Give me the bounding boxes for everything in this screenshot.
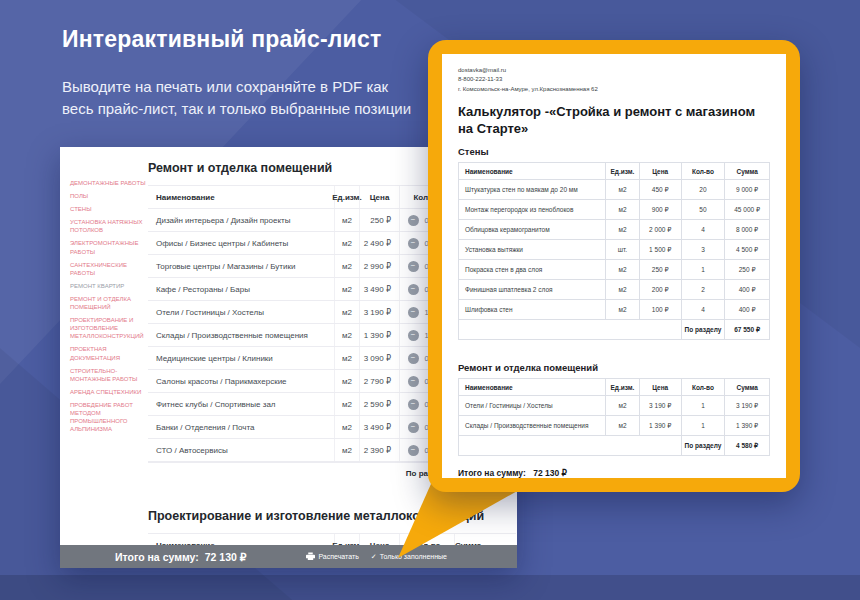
- calc-table-2: НаименованиеЕд.изм.ЦенаКол-воСуммаОтели …: [458, 378, 770, 456]
- table-row: Установка вытяжкишт.1 500 ₽34 500 ₽: [459, 240, 769, 260]
- qty-decrease-button[interactable]: −: [408, 215, 419, 226]
- item-unit: м2: [335, 255, 360, 277]
- page-subtitle: Выводите на печать или сохраняйте в PDF …: [62, 76, 414, 120]
- qty-decrease-button[interactable]: −: [408, 261, 419, 272]
- qty-decrease-button[interactable]: −: [408, 330, 419, 341]
- item-name: Отели / Гостиницы / Хостелы: [148, 301, 335, 323]
- contact-phone: 8-800-222-11-33: [458, 75, 770, 84]
- item-price: 3 190 ₽: [640, 396, 682, 415]
- item-unit: м2: [606, 416, 640, 435]
- sidebar-link[interactable]: УСТАНОВКА НАТЯЖНЫХ ПОТОЛКОВ: [70, 218, 146, 234]
- check-icon: ✓: [371, 553, 377, 561]
- qty-decrease-button[interactable]: −: [408, 399, 419, 410]
- item-unit: м2: [335, 416, 360, 438]
- sidebar-link[interactable]: РЕМОНТ КВАРТИР: [70, 282, 146, 290]
- calc-section-title-2: Ремонт и отделка помещений: [458, 362, 770, 373]
- item-price: 3 090 ₽: [360, 347, 400, 369]
- footer-label: По разделу: [682, 436, 726, 455]
- item-price: 2 990 ₽: [360, 255, 400, 277]
- sidebar-link[interactable]: ПРОВЕДЕНИЕ РАБОТ МЕТОДОМ ПРОМЫШЛЕННОГО А…: [70, 401, 146, 433]
- item-unit: м2: [606, 396, 640, 415]
- item-price: 1 500 ₽: [640, 240, 682, 259]
- item-name: Склады / Производственные помещения: [148, 324, 335, 346]
- sidebar-link[interactable]: ПРОЕКТНАЯ ДОКУМЕНТАЦИЯ: [70, 345, 146, 361]
- sidebar-link[interactable]: РЕМОНТ И ОТДЕЛКА ПОМЕЩЕНИЙ: [70, 295, 146, 311]
- item-name: СТО / Автосервисы: [148, 439, 335, 461]
- sidebar-link[interactable]: СТЕНЫ: [70, 205, 146, 213]
- table-row: Штукатурка стен по маякам до 20 ммм2450 …: [459, 180, 769, 200]
- table-row: Покраска стен в два слоям2250 ₽1250 ₽: [459, 260, 769, 280]
- item-name: Медицинские центры / Клиники: [148, 347, 335, 369]
- filled-only-checkbox[interactable]: ✓ Только заполненные: [371, 553, 447, 561]
- item-price: 1 390 ₽: [640, 416, 682, 435]
- item-qty: 1: [682, 416, 726, 435]
- background-bottom-band: [0, 575, 860, 600]
- item-name: Отели / Гостиницы / Хостелы: [459, 396, 606, 415]
- item-qty: 1: [682, 260, 726, 279]
- item-qty: 4: [682, 220, 726, 239]
- item-unit: м2: [335, 324, 360, 346]
- item-name: Офисы / Бизнес центры / Кабинеты: [148, 232, 335, 254]
- qty-decrease-button[interactable]: −: [408, 376, 419, 387]
- table-row: Облицовка керамогранитомм22 000 ₽48 000 …: [459, 220, 769, 240]
- item-sum: 3 190 ₽: [725, 396, 769, 415]
- qty-decrease-button[interactable]: −: [408, 238, 419, 249]
- calculator-bubble: dostavka@mail.ru 8-800-222-11-33 г. Комс…: [428, 40, 800, 492]
- item-name: Установка вытяжки: [459, 240, 606, 259]
- qty-decrease-button[interactable]: −: [408, 445, 419, 456]
- qty-decrease-button[interactable]: −: [408, 307, 419, 318]
- sidebar-link[interactable]: САНТЕХНИЧЕСКИЕ РАБОТЫ: [70, 261, 146, 277]
- item-name: Фитнес клубы / Спортивные зал: [148, 393, 335, 415]
- item-price: 200 ₽: [640, 280, 682, 299]
- item-price: 1 390 ₽: [360, 324, 400, 346]
- sidebar-link[interactable]: ДЕМОНТАЖНЫЕ РАБОТЫ: [70, 179, 146, 187]
- item-unit: м2: [606, 260, 640, 279]
- qty-decrease-button[interactable]: −: [408, 422, 419, 433]
- calc-section-title-1: Стены: [458, 146, 770, 157]
- calculator-page: dostavka@mail.ru 8-800-222-11-33 г. Комс…: [442, 54, 786, 478]
- item-name: Банки / Отделения / Почта: [148, 416, 335, 438]
- item-price: 2 390 ₽: [360, 439, 400, 461]
- item-name: Салоны красоты / Парикмахерские: [148, 370, 335, 392]
- sidebar-link[interactable]: ПОЛЫ: [70, 192, 146, 200]
- item-price: 250 ₽: [640, 260, 682, 279]
- item-sum: 8 000 ₽: [725, 220, 769, 239]
- print-button-label: Распечатать: [318, 553, 358, 560]
- total-value: 72 130 ₽: [205, 551, 247, 563]
- item-qty: 4: [682, 300, 726, 319]
- qty-decrease-button[interactable]: −: [408, 284, 419, 295]
- table-footer-row: По разделу4 580 ₽: [459, 436, 769, 455]
- item-name: Дизайн интерьера / Дизайн проекты: [148, 209, 335, 231]
- column-header: Кол-во: [682, 163, 726, 179]
- sidebar-link[interactable]: ПРОЕКТИРОВАНИЕ И ИЗГОТОВЛЕНИЕ МЕТАЛЛОКОН…: [70, 316, 146, 340]
- page-title: Интерактивный прайс-лист: [62, 26, 381, 53]
- printer-icon: [306, 552, 315, 561]
- sidebar-link[interactable]: АРЕНДА СПЕЦТЕХНИКИ: [70, 388, 146, 396]
- item-unit: м2: [606, 300, 640, 319]
- calc-table-1: НаименованиеЕд.изм.ЦенаКол-воСуммаШтукат…: [458, 162, 770, 340]
- sidebar-link[interactable]: ЭЛЕКТРОМОНТАЖНЫЕ РАБОТЫ: [70, 239, 146, 255]
- item-price: 2 790 ₽: [360, 370, 400, 392]
- print-button[interactable]: Распечатать: [306, 552, 358, 561]
- column-header: Цена: [360, 186, 400, 208]
- item-unit: шт.: [606, 240, 640, 259]
- column-header: Ед.изм.: [335, 186, 360, 208]
- item-name: Облицовка керамогранитом: [459, 220, 606, 239]
- item-price: 3 190 ₽: [360, 301, 400, 323]
- item-sum: 1 390 ₽: [725, 416, 769, 435]
- calculator-title: Калькулятор -«Стройка и ремонт с магазин…: [458, 103, 770, 137]
- footer-blank: [459, 436, 682, 455]
- item-unit: м2: [335, 301, 360, 323]
- item-sum: 400 ₽: [725, 300, 769, 319]
- column-header: Наименование: [459, 379, 606, 395]
- item-name: Монтаж перегородок из пеноблоков: [459, 200, 606, 219]
- qty-decrease-button[interactable]: −: [408, 353, 419, 364]
- table-row: Отели / Гостиницы / Хостелым23 190 ₽13 1…: [459, 396, 769, 416]
- item-name: Финишная шпатлевка 2 слоя: [459, 280, 606, 299]
- footer-label: По разделу: [682, 320, 726, 339]
- footer-value: 67 550 ₽: [725, 320, 769, 339]
- sidebar-link[interactable]: СТРОИТЕЛЬНО-МОНТАЖНЫЕ РАБОТЫ: [70, 367, 146, 383]
- item-qty: 20: [682, 180, 726, 199]
- column-header: Цена: [640, 379, 682, 395]
- item-price: 250 ₽: [360, 209, 400, 231]
